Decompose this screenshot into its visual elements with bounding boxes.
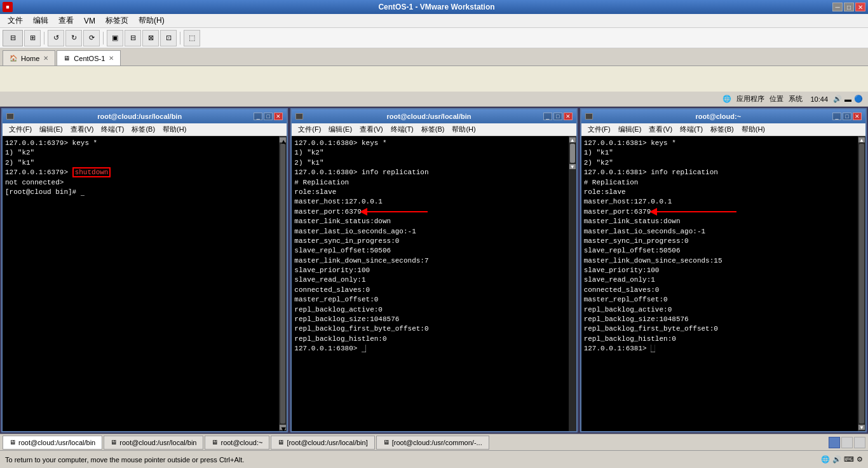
terminal-2-menubar: 文件(F) 编辑(E) 查看(V) 终端(T) 标签(B) 帮助(H) [292,123,576,136]
terminal-1-controls: _ □ ✕ [254,113,283,120]
toolbar-btn-8[interactable]: ⊠ [142,30,159,46]
terminal-3-scrollbar[interactable]: ▲ ▼ [858,136,865,431]
taskbar-tab-1[interactable]: 🖥 root@cloud:/usr/local/bin [3,436,102,450]
view-toggle-3[interactable] [854,437,865,448]
systray-bluetooth-icon: 🔵 [854,95,863,103]
vm-topbar: 🌐 应用程序 位置 系统 10:44 🔊 ▬ 🔵 [0,92,868,107]
t2-menu-edit[interactable]: 编辑(E) [325,124,356,135]
toolbar-btn-6[interactable]: ▣ [107,30,123,46]
taskbar-tab-4[interactable]: 🖥 [root@cloud:/usr/local/bin] [271,436,374,450]
taskbar-icon-3: 🖥 [212,439,218,446]
toolbar-btn-10[interactable]: ⬚ [184,30,200,46]
terminal-2-min[interactable]: _ [543,113,552,120]
titlebar: ■ CentOS-1 - VMware Workstation ─ □ ✕ [0,0,868,14]
t1-menu-help[interactable]: 帮助(H) [159,124,190,135]
t3-menu-file[interactable]: 文件(F) [584,124,614,135]
t3-menu-terminal[interactable]: 终端(T) [676,124,707,135]
terminal-3: root@cloud:~ _ □ ✕ 文件(F) 编辑(E) 查看(V) 终端(… [580,108,867,432]
terminal-2-title: root@cloud:/usr/local/bin [315,113,543,120]
minimize-button[interactable]: ─ [832,3,843,11]
t2-menu-help[interactable]: 帮助(H) [448,124,479,135]
home-tab-close[interactable]: ✕ [43,55,48,62]
systray-system[interactable]: 系统 [789,94,803,104]
terminal-3-inner: 127.0.0.1:6381> keys * 1) "k1" 2) "k2" 1… [581,136,865,431]
terminal-2-titlebar: root@cloud:/usr/local/bin _ □ ✕ [292,109,576,123]
taskbar-tab-5[interactable]: 🖥 [root@cloud:/usr/common/-... [376,436,489,450]
terminal-1-close[interactable]: ✕ [274,113,283,120]
toolbar-btn-5[interactable]: ⟳ [83,30,100,46]
terminal-3-controls: _ □ ✕ [832,113,862,120]
vm-icon: 🖥 [64,55,70,62]
t1-menu-file[interactable]: 文件(F) [5,124,36,135]
t2-menu-view[interactable]: 查看(V) [356,124,387,135]
toolbar-btn-3[interactable]: ↺ [48,30,64,46]
systray-places[interactable]: 位置 [770,94,783,104]
close-button[interactable]: ✕ [855,3,865,11]
terminal-3-min[interactable]: _ [832,113,841,120]
systray-vol-icon: 🔊 [833,95,842,103]
keyboard-icon: ⌨ [844,455,854,464]
vm-tab-label: CentOS-1 [74,55,105,62]
taskbar-icon-1: 🖥 [10,439,16,446]
taskbar-icon-2: 🖥 [111,439,117,446]
systray-apps[interactable]: 应用程序 [736,94,764,104]
terminal-2-scrollbar[interactable]: ▲ ▼ [569,136,576,431]
t3-menu-help[interactable]: 帮助(H) [738,124,769,135]
t1-menu-tabs[interactable]: 标签(B) [128,124,159,135]
systray-battery-icon: ▬ [844,95,851,103]
window-controls: ─ □ ✕ [832,3,865,11]
t1-menu-edit[interactable]: 编辑(E) [36,124,67,135]
toolbar-btn-1[interactable]: ⊟ [3,30,23,46]
terminal-2-close[interactable]: ✕ [564,113,573,120]
menu-tabs[interactable]: 标签页 [100,14,133,27]
toolbar-btn-7[interactable]: ⊟ [125,30,141,46]
speaker-icon: 🔊 [832,455,841,464]
systray-time: 10:44 [810,95,828,103]
toolbar: ⊟ ⊞ ↺ ↻ ⟳ ▣ ⊟ ⊠ ⊡ ⬚ [0,28,868,48]
menu-vm[interactable]: VM [79,15,100,27]
terminal-3-title: root@cloud:~ [604,113,832,120]
terminal-2-max[interactable]: □ [553,113,562,120]
view-toggle-2[interactable] [841,437,853,448]
toolbar-btn-9[interactable]: ⊡ [160,30,177,46]
infobar-message: To return to your computer, move the mou… [5,456,244,464]
t1-menu-terminal[interactable]: 终端(T) [97,124,128,135]
taskbar-tab-3[interactable]: 🖥 root@cloud:~ [205,436,269,450]
taskbar-tab-2[interactable]: 🖥 root@cloud:/usr/local/bin [104,436,203,450]
terminal-1-max[interactable]: □ [264,113,273,120]
terminal-1-body[interactable]: 127.0.0.1:6379> keys * 1) "k2" 2) "k1" 1… [3,136,279,431]
terminal-3-close[interactable]: ✕ [853,113,862,120]
terminal-2-controls: _ □ ✕ [543,113,573,120]
terminal-1-min[interactable]: _ [254,113,262,120]
taskbar-icon-5: 🖥 [383,439,390,446]
t3-menu-tabs[interactable]: 标签(B) [707,124,738,135]
tab-centos[interactable]: 🖥 CentOS-1 ✕ [57,50,121,65]
terminal-2-body[interactable]: 127.0.0.1:6380> keys * 1) "k2" 2) "k1" 1… [292,136,568,431]
menu-help[interactable]: 帮助(H) [133,14,170,27]
maximize-button[interactable]: □ [844,3,854,11]
taskbar-label-4: [root@cloud:/usr/local/bin] [287,439,367,446]
home-icon: 🏠 [10,55,17,62]
vm-tab-close[interactable]: ✕ [109,55,114,62]
toolbar-btn-4[interactable]: ↻ [65,30,82,46]
terminal-1-menubar: 文件(F) 编辑(E) 查看(V) 终端(T) 标签(B) 帮助(H) [3,123,287,136]
terminal-1-titlebar: root@cloud:/usr/local/bin _ □ ✕ [3,109,287,123]
t2-menu-file[interactable]: 文件(F) [294,124,325,135]
tab-home[interactable]: 🏠 Home ✕ [3,50,55,65]
terminal-1-scrollbar[interactable]: ▲ ▼ [279,136,287,431]
terminal-3-body[interactable]: 127.0.0.1:6381> keys * 1) "k1" 2) "k2" 1… [581,136,858,431]
menu-edit[interactable]: 编辑 [28,14,53,27]
menu-view[interactable]: 查看 [53,14,79,27]
t2-menu-terminal[interactable]: 终端(T) [387,124,417,135]
terminal-3-menubar: 文件(F) 编辑(E) 查看(V) 终端(T) 标签(B) 帮助(H) [581,123,865,136]
terminal-3-max[interactable]: □ [843,113,851,120]
taskbar-icon-4: 🖥 [278,439,284,446]
menu-file[interactable]: 文件 [3,14,28,27]
toolbar-btn-2[interactable]: ⊞ [24,30,41,46]
t1-menu-view[interactable]: 查看(V) [67,124,98,135]
view-toggle-1[interactable] [829,437,840,448]
t3-menu-edit[interactable]: 编辑(E) [614,124,646,135]
t2-menu-tabs[interactable]: 标签(B) [417,124,449,135]
home-tab-label: Home [21,55,39,62]
t3-menu-view[interactable]: 查看(V) [645,124,676,135]
